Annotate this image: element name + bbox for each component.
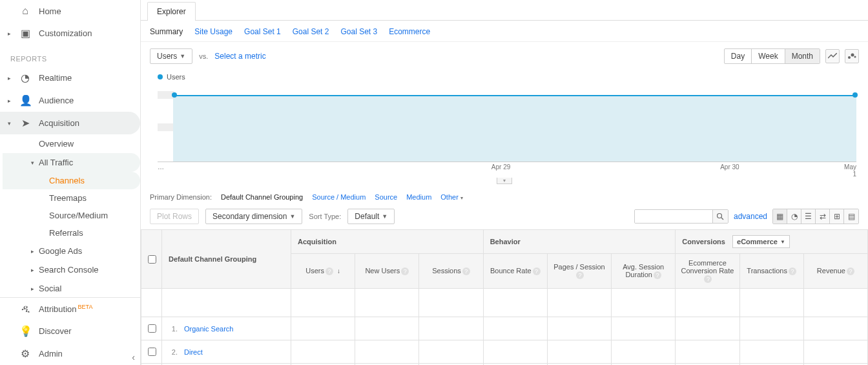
table-row: 1.Organic Search [141,317,868,340]
legend-label: Users [167,73,185,81]
tab-explorer[interactable]: Explorer [147,2,196,21]
conversions-select[interactable]: eCommerce▼ [732,235,790,248]
granularity-month[interactable]: Month [785,49,820,63]
nav-acquisition[interactable]: ▾➤ Acquisition [0,112,140,134]
dim-source[interactable]: Source [375,193,397,201]
row-checkbox[interactable] [148,348,156,356]
granularity-day[interactable]: Day [725,49,752,63]
view-pie-icon[interactable]: ◔ [787,209,801,224]
help-icon[interactable]: ? [704,275,712,283]
col-bounce-rate[interactable]: Bounce Rate? [483,254,547,289]
nav-customization[interactable]: ▸▣ Customization [0,22,140,45]
view-goal2[interactable]: Goal Set 2 [293,27,329,36]
home-icon: ⌂ [19,5,31,17]
view-bar-icon[interactable]: ☰ [801,209,816,224]
table-row: 2.Direct [141,340,868,364]
xaxis-tick: May 1 [844,163,856,178]
nav-discover[interactable]: 💡 Discover [0,320,140,342]
nav-acq-treemaps[interactable]: Treemaps [3,189,140,207]
colgroup-conversions: Conversions eCommerce▼ [676,230,868,254]
nav-audience[interactable]: ▸👤 Audience [0,89,140,112]
dim-medium[interactable]: Medium [406,193,431,201]
chart-canvas[interactable] [158,83,856,162]
nav-acq-all-traffic[interactable]: All Traffic [3,153,140,172]
attribution-icon: ዲ [19,303,31,315]
col-dimension[interactable]: Default Channel Grouping [162,230,291,289]
nav-attribution[interactable]: ዲ AttributionBETA [0,298,140,320]
view-term-cloud-icon[interactable]: ⊞ [830,209,844,224]
view-comparison-icon[interactable]: ⇄ [816,209,830,224]
col-transactions[interactable]: Transactions? [739,254,803,289]
col-users[interactable]: Users?↓ [291,254,355,289]
svg-point-3 [718,214,722,218]
col-ecr[interactable]: Ecommerce Conversion Rate? [676,254,739,289]
col-sessions[interactable]: Sessions? [419,254,483,289]
help-icon[interactable]: ? [576,271,584,279]
nav-acq-social[interactable]: Social [3,279,140,297]
svg-point-2 [854,56,856,58]
nav-acq-channels[interactable]: Channels [3,172,140,189]
view-pivot-icon[interactable]: ▤ [844,209,858,224]
nav-acq-source-medium[interactable]: Source/Medium [3,207,140,224]
row-link[interactable]: Organic Search [184,325,233,333]
advanced-link[interactable]: advanced [734,212,767,221]
xaxis-tick: Apr 30 [615,163,844,178]
primary-metric-label: Users [157,52,177,61]
sort-type-select[interactable]: Default ▼ [347,209,395,224]
chart-type-motion-icon[interactable] [845,49,859,63]
metric-row: Users▼ vs. Select a metric Day Week Mont… [141,42,868,70]
nav-acq-overview[interactable]: Overview [3,134,140,153]
nav-acq-search-console[interactable]: Search Console [3,260,140,279]
chart-point-end [852,92,858,98]
view-goal1[interactable]: Goal Set 1 [244,27,281,36]
help-icon[interactable]: ? [847,267,854,275]
table-search [634,209,728,224]
view-goal3[interactable]: Goal Set 3 [340,27,377,36]
secondary-dimension-select[interactable]: Secondary dimension ▼ [205,209,302,224]
sort-type-label: Sort Type: [309,213,341,220]
row-link[interactable]: Direct [184,348,203,356]
col-new-users[interactable]: New Users? [355,254,419,289]
acquisition-icon: ➤ [19,117,31,129]
search-input[interactable] [635,210,712,223]
col-revenue[interactable]: Revenue? [803,254,867,289]
col-avg-duration[interactable]: Avg. Session Duration? [612,254,676,289]
help-icon[interactable]: ? [326,267,333,275]
help-icon[interactable]: ? [789,267,796,275]
nav-realtime[interactable]: ▸◔ Realtime [0,67,140,89]
search-icon [716,213,724,220]
view-summary[interactable]: Summary [150,27,183,36]
nav-acq-google-ads[interactable]: Google Ads [3,242,140,260]
legend-dot-icon [158,74,163,79]
help-icon[interactable]: ? [533,267,541,275]
sidebar-collapse[interactable]: ‹ [132,352,135,362]
dim-source-medium[interactable]: Source / Medium [312,193,366,201]
select-all-checkbox[interactable] [148,255,156,264]
help-icon[interactable]: ? [462,267,470,275]
nav-acq-referrals[interactable]: Referrals [3,224,140,242]
primary-dimension-label: Primary Dimension: [150,193,212,201]
svg-point-0 [848,56,851,59]
nav-attribution-label: AttributionBETA [39,304,92,314]
table-controls: Plot Rows Secondary dimension ▼ Sort Typ… [141,206,868,229]
row-index: 2. [169,348,178,356]
select-metric-link[interactable]: Select a metric [214,52,265,61]
row-checkbox[interactable] [148,324,156,333]
search-button[interactable] [712,210,728,223]
view-ecommerce[interactable]: Ecommerce [389,27,430,36]
chart-type-line-icon[interactable] [825,49,840,63]
primary-metric-select[interactable]: Users▼ [150,48,192,64]
dim-other[interactable]: Other ▾ [440,193,463,201]
nav-home[interactable]: ⌂ Home [0,0,140,22]
help-icon[interactable]: ? [654,271,661,279]
help-icon[interactable]: ? [401,267,409,275]
col-pages-session[interactable]: Pages / Session? [547,254,611,289]
chart-point-start [172,92,177,98]
chart-expand-handle[interactable]: ▾ [497,178,512,184]
granularity-week[interactable]: Week [752,49,785,63]
view-site-usage[interactable]: Site Usage [194,27,232,36]
primary-dimension-current[interactable]: Default Channel Grouping [221,193,303,201]
plot-rows-button: Plot Rows [150,209,199,224]
nav-admin[interactable]: ⚙ Admin [0,342,140,365]
view-table-icon[interactable]: ▦ [773,209,787,224]
